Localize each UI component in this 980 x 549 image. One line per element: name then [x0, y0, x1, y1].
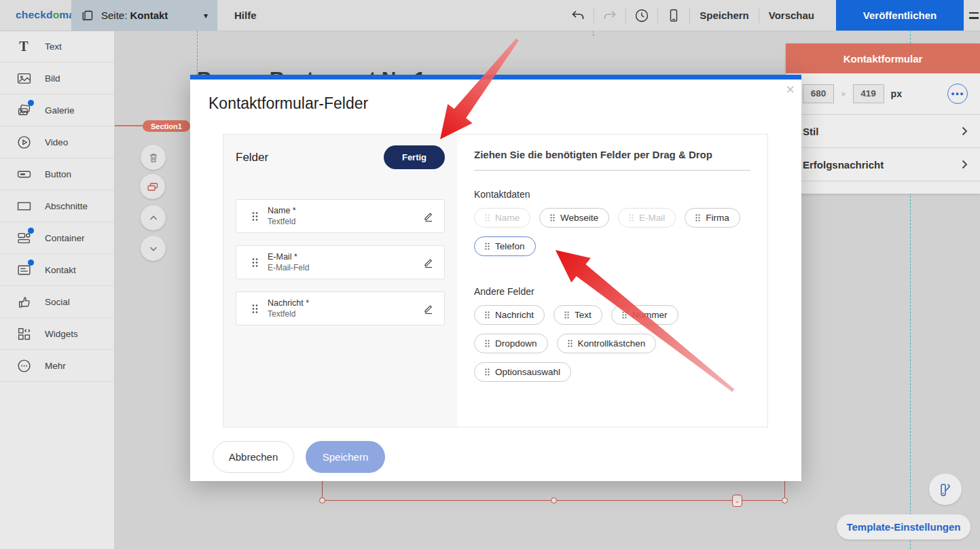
field-chip-text[interactable]: Text	[553, 305, 602, 325]
widgets-icon	[16, 326, 31, 341]
toolbar-divider	[689, 8, 690, 23]
trash-icon	[147, 151, 160, 164]
drag-handle-icon[interactable]	[252, 211, 258, 222]
selection-expand-handle[interactable]: ⌄	[732, 495, 742, 507]
toolbar-divider	[625, 8, 626, 23]
field-chip-dropdown[interactable]: Dropdown	[474, 334, 548, 353]
move-up-button[interactable]	[141, 205, 166, 230]
field-type: Textfeld	[268, 217, 296, 226]
field-card-email[interactable]: E-Mail * E-Mail-Feld	[236, 245, 445, 279]
done-button[interactable]: Fertig	[384, 145, 445, 169]
button-icon	[16, 166, 31, 181]
section-connector-line	[114, 125, 144, 126]
redo-button[interactable]	[601, 7, 619, 24]
drag-drop-heading: Ziehen Sie die benötigten Felder per Dra…	[474, 149, 750, 160]
help-link[interactable]: Hilfe	[234, 0, 257, 31]
field-name: Name *	[268, 206, 296, 215]
move-down-button[interactable]	[141, 236, 166, 261]
sidebar-item-label: Bild	[45, 73, 60, 84]
field-chip-nachricht[interactable]: Nachricht	[474, 305, 545, 325]
cancel-button[interactable]: Abbrechen	[213, 441, 294, 473]
success-message-row[interactable]: Erfolgsnachricht	[786, 147, 980, 181]
field-chip-telefon[interactable]: Telefon	[474, 236, 536, 256]
sidebar-item-kontakt[interactable]: Kontakt	[0, 254, 114, 286]
guide-line-right-bottom	[910, 192, 911, 549]
edit-pencil-icon[interactable]	[422, 302, 435, 315]
page-selector-dropdown[interactable]: Seite: Kontakt ▾	[71, 0, 217, 31]
drag-dots-icon	[485, 368, 490, 376]
close-icon[interactable]: ×	[786, 82, 795, 97]
ellipsis-icon: ●●●	[951, 90, 964, 97]
field-chip-email: E-Mail	[618, 208, 676, 228]
edit-pencil-icon[interactable]	[422, 256, 435, 268]
toolbar-divider	[594, 8, 594, 23]
notification-dot	[28, 260, 34, 266]
sidebar-item-abschnitte[interactable]: Abschnitte	[0, 190, 114, 222]
template-settings-button[interactable]: Template-Einstellungen	[837, 514, 970, 539]
chip-label: Nummer	[632, 310, 668, 320]
delete-section-button[interactable]	[141, 145, 166, 170]
sidebar-item-galerie[interactable]: Galerie	[0, 94, 114, 126]
sidebar-item-video[interactable]: Video	[0, 126, 114, 158]
section-label[interactable]: Section1	[143, 120, 190, 132]
design-swatch-button[interactable]	[929, 474, 962, 505]
undo-button[interactable]	[569, 7, 587, 24]
field-card-nachricht[interactable]: Nachricht * Textfeld	[236, 291, 445, 325]
save-button-disabled[interactable]: Speichern	[306, 441, 385, 473]
mobile-preview-button[interactable]	[665, 7, 683, 24]
sidebar-item-label: Kontakt	[45, 265, 76, 275]
drag-dots-icon	[485, 311, 490, 319]
publish-button[interactable]: Veröffentlichen	[836, 0, 964, 31]
other-group-label: Andere Felder	[474, 286, 750, 297]
more-options-button[interactable]: ●●●	[947, 84, 968, 104]
height-input[interactable]: 419	[853, 84, 884, 103]
modal-title: Kontaktformular-Felder	[208, 94, 368, 113]
panel-footer	[786, 181, 980, 194]
save-button[interactable]: Speichern	[697, 10, 752, 21]
field-card-name[interactable]: Name * Textfeld	[236, 199, 445, 233]
field-chip-kontrollkaestchen[interactable]: Kontrollkästchen	[557, 334, 657, 353]
duplicate-section-button[interactable]	[140, 174, 165, 199]
sidebar-item-button[interactable]: Button	[0, 158, 114, 190]
drag-dots-icon	[564, 311, 569, 319]
field-chip-name: Name	[474, 208, 530, 228]
guide-line-center	[593, 31, 594, 36]
selected-element-title: Kontaktformular	[786, 43, 980, 73]
chip-label: Optionsauswahl	[495, 367, 560, 377]
sidebar-item-label: Button	[45, 169, 71, 179]
selection-handle-right[interactable]	[782, 497, 788, 503]
field-chip-optionsauswahl[interactable]: Optionsauswahl	[474, 362, 571, 382]
history-button[interactable]	[633, 7, 651, 24]
gallery-icon	[16, 103, 31, 118]
width-input[interactable]: 680	[803, 84, 834, 103]
chevron-up-icon	[147, 212, 160, 224]
sidebar-item-bild[interactable]: Bild	[0, 63, 114, 94]
selection-handle-left[interactable]	[319, 497, 325, 503]
field-type: E-Mail-Feld	[268, 263, 309, 272]
duplicate-icon	[146, 180, 160, 194]
guide-line-left	[197, 31, 198, 75]
field-chip-nummer[interactable]: Nummer	[611, 305, 678, 325]
style-row[interactable]: Stil	[786, 114, 980, 147]
menu-icon[interactable]	[969, 0, 980, 31]
edit-pencil-icon[interactable]	[422, 210, 435, 222]
container-icon	[16, 230, 31, 245]
selection-handle-middle[interactable]	[551, 497, 557, 503]
sidebar-item-mehr[interactable]: Mehr	[0, 350, 114, 382]
field-chip-firma[interactable]: Firma	[685, 208, 740, 228]
chip-label: Webseite	[560, 213, 598, 223]
sidebar-item-social[interactable]: Social	[0, 286, 114, 318]
image-icon	[16, 71, 31, 86]
drag-handle-icon[interactable]	[252, 258, 258, 268]
preview-button[interactable]: Vorschau	[766, 10, 817, 21]
thumbs-up-icon	[16, 294, 31, 309]
sidebar-item-widgets[interactable]: Widgets	[0, 318, 114, 350]
sidebar-item-container[interactable]: Container	[0, 222, 114, 254]
text-icon: T	[16, 39, 31, 54]
more-icon	[16, 358, 31, 373]
sidebar-item-text[interactable]: T Text	[0, 31, 114, 63]
drag-handle-icon[interactable]	[252, 304, 258, 314]
success-message-row-label: Erfolgsnachricht	[803, 159, 884, 171]
field-chip-webseite[interactable]: Webseite	[539, 208, 609, 228]
field-type: Textfeld	[268, 309, 309, 319]
